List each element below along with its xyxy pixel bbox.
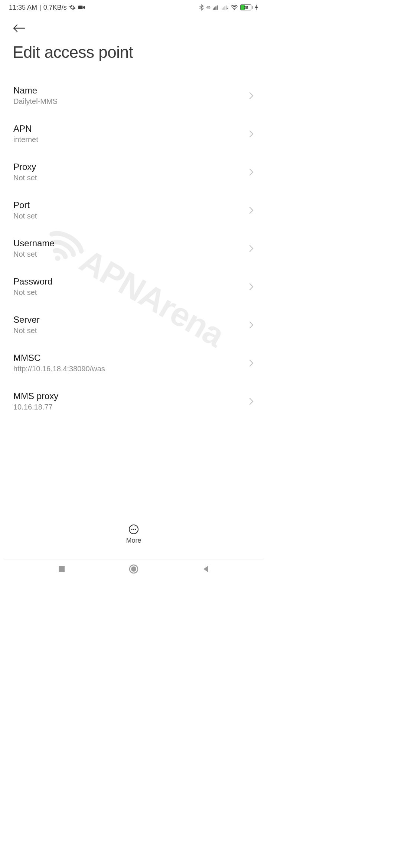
chevron-right-icon	[249, 92, 254, 100]
status-divider: |	[39, 4, 41, 11]
system-navbar	[0, 559, 267, 579]
row-label: Port	[13, 200, 37, 210]
triangle-left-icon	[202, 565, 209, 573]
row-port[interactable]: Port Not set	[0, 191, 267, 229]
row-mms-proxy[interactable]: MMS proxy 10.16.18.77	[0, 382, 267, 420]
row-apn[interactable]: APN internet	[0, 115, 267, 153]
row-server[interactable]: Server Not set	[0, 306, 267, 344]
gear-icon	[69, 4, 76, 11]
svg-rect-1	[78, 6, 83, 9]
svg-point-17	[131, 566, 136, 572]
row-value: internet	[13, 135, 38, 144]
circle-icon	[129, 564, 138, 574]
bluetooth-icon	[199, 4, 204, 11]
svg-rect-5	[217, 6, 218, 10]
row-password[interactable]: Password Not set	[0, 267, 267, 306]
row-label: Name	[13, 85, 58, 96]
svg-rect-4	[215, 6, 216, 10]
row-value: 10.16.18.77	[13, 403, 58, 411]
battery-percent: 38	[244, 6, 248, 10]
camera-icon	[78, 5, 85, 10]
charging-icon	[255, 4, 258, 10]
svg-rect-15	[59, 566, 65, 572]
status-speed: 0.7KB/s	[43, 4, 67, 11]
svg-rect-8	[224, 6, 225, 10]
status-time: 11:35 AM	[9, 4, 37, 11]
svg-rect-6	[222, 9, 223, 10]
chevron-right-icon	[249, 359, 254, 367]
chevron-right-icon	[249, 130, 254, 138]
row-value: Not set	[13, 212, 37, 220]
more-label: More	[126, 537, 141, 545]
chevron-right-icon	[249, 206, 254, 214]
row-mmsc[interactable]: MMSC http://10.16.18.4:38090/was	[0, 344, 267, 382]
svg-rect-7	[223, 7, 224, 10]
row-value: http://10.16.18.4:38090/was	[13, 365, 105, 373]
arrow-left-icon	[13, 24, 25, 33]
chevron-right-icon	[249, 321, 254, 329]
nav-recent-button[interactable]	[58, 565, 65, 573]
square-icon	[58, 565, 65, 573]
row-label: APN	[13, 124, 38, 134]
nav-back-button[interactable]	[202, 565, 209, 573]
status-bar: 11:35 AM | 0.7KB/s 4G	[0, 0, 267, 15]
row-label: Server	[13, 315, 40, 325]
row-proxy[interactable]: Proxy Not set	[0, 153, 267, 191]
more-button[interactable]: More	[126, 524, 141, 545]
row-value: Not set	[13, 326, 40, 335]
svg-point-10	[234, 9, 235, 10]
network-4g-label: 4G	[206, 6, 211, 9]
svg-point-13	[133, 529, 134, 530]
row-label: MMSC	[13, 353, 105, 363]
chevron-right-icon	[249, 168, 254, 176]
row-value: Not set	[13, 288, 52, 297]
bottom-toolbar: More	[0, 512, 267, 556]
svg-rect-3	[214, 7, 215, 10]
row-name[interactable]: Name Dailytel-MMS	[0, 76, 267, 115]
row-value: Dailytel-MMS	[13, 97, 58, 106]
row-value: Not set	[13, 250, 55, 259]
svg-rect-2	[213, 9, 214, 10]
back-button[interactable]	[13, 22, 25, 36]
more-circle-icon	[128, 524, 139, 535]
chevron-right-icon	[249, 283, 254, 291]
page-title: Edit access point	[13, 43, 255, 62]
settings-list: Name Dailytel-MMS APN internet Proxy Not…	[0, 62, 267, 420]
svg-point-14	[135, 529, 136, 530]
row-value: Not set	[13, 174, 37, 182]
svg-rect-9	[226, 6, 227, 10]
signal-2-icon	[222, 5, 228, 10]
chevron-right-icon	[249, 244, 254, 253]
wifi-icon	[231, 4, 238, 10]
chevron-right-icon	[249, 397, 254, 405]
row-label: Proxy	[13, 162, 37, 172]
row-label: Password	[13, 276, 52, 287]
row-username[interactable]: Username Not set	[0, 229, 267, 267]
battery-indicator: 38	[240, 4, 252, 10]
svg-point-12	[131, 529, 132, 530]
row-label: MMS proxy	[13, 391, 58, 401]
nav-home-button[interactable]	[129, 564, 138, 574]
signal-1-icon	[213, 5, 219, 10]
row-label: Username	[13, 238, 55, 249]
